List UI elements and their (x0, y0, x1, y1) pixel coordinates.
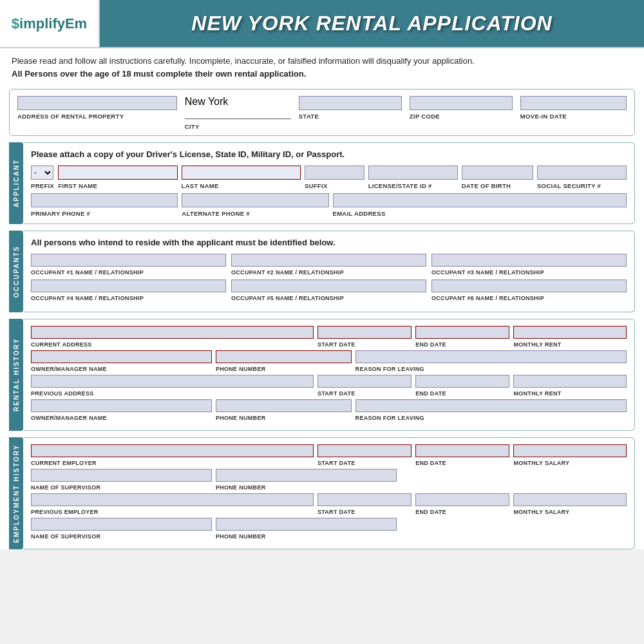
rh-prev-phone-input[interactable] (216, 399, 352, 412)
last-name-field: LAST NAME (182, 166, 301, 189)
main-title: NEW YORK RENTAL APPLICATION (191, 12, 552, 35)
rh-prev-owner-row: OWNER/MANAGER NAME PHONE NUMBER REASON F… (31, 399, 627, 421)
address-input[interactable] (17, 96, 177, 110)
suffix-input[interactable] (305, 166, 365, 180)
rh-end-date-field: END DATE (415, 326, 509, 348)
emp-prev-phone-input[interactable] (216, 518, 397, 531)
occupant6-input[interactable] (431, 279, 627, 292)
state-input[interactable] (299, 96, 402, 110)
first-name-label: FIRST NAME (58, 181, 177, 189)
license-label: LICENSE/STATE ID # (368, 181, 458, 189)
emp-prev-end-input[interactable] (415, 493, 509, 506)
ssn-input[interactable] (537, 166, 627, 180)
occupants-row2: OCCUPANT #4 NAME / RELATIONSHIP OCCUPANT… (31, 279, 627, 301)
movein-label: MOVE-IN DATE (520, 111, 627, 120)
occupant1-label: OCCUPANT #1 NAME / RELATIONSHIP (31, 268, 226, 276)
rh-prev-start-label: START DATE (317, 389, 412, 397)
rh-owner-row: OWNER/MANAGER NAME PHONE NUMBER REASON F… (31, 350, 627, 372)
rh-phone-field: PHONE NUMBER (216, 350, 352, 372)
emp-current-label: CURRENT EMPLOYER (31, 459, 314, 466)
rh-current-addr-label: CURRENT ADDRESS (31, 340, 314, 348)
prefix-label: PREFIX (31, 181, 54, 189)
emp-salary-label: MONTHLY SALARY (513, 459, 627, 466)
occupant4-input[interactable] (31, 279, 226, 292)
city-label: CITY (185, 122, 291, 130)
rh-owner-input[interactable] (31, 350, 212, 363)
movein-input[interactable] (520, 96, 627, 110)
rh-prev-owner-input[interactable] (31, 399, 212, 412)
header: $implifyEm NEW YORK RENTAL APPLICATION (0, 0, 644, 48)
emp-phone-input[interactable] (216, 469, 397, 482)
address-label: ADDRESS OF RENTAL PROPERTY (17, 111, 177, 120)
rh-current-addr-field: CURRENT ADDRESS (31, 326, 314, 348)
rh-reason-input[interactable] (355, 350, 627, 363)
rh-monthly-rent-label: MONTHLY RENT (513, 340, 627, 348)
address-field: ADDRESS OF RENTAL PROPERTY (17, 96, 177, 130)
emp-prev-salary-field: MONTHLY SALARY (513, 493, 627, 515)
occupants-instruction: All persons who intend to reside with th… (31, 238, 627, 247)
occupant5-label: OCCUPANT #5 NAME / RELATIONSHIP (231, 294, 426, 301)
emp-prev-input[interactable] (31, 493, 314, 506)
dob-input[interactable] (462, 166, 533, 180)
primary-phone-label: PRIMARY PHONE # (31, 209, 178, 217)
emp-salary-input[interactable] (513, 444, 627, 457)
applicant-content: Please attach a copy of your Driver's Li… (23, 142, 635, 224)
emp-start-field: START DATE (317, 444, 412, 466)
occupant5-input[interactable] (231, 279, 426, 292)
email-label: EMAIL ADDRESS (333, 209, 627, 217)
emp-prev-field: PREVIOUS EMPLOYER (31, 493, 314, 515)
instruction-line1: Please read and follow all instructions … (12, 55, 632, 68)
rh-prev-end-field: END DATE (415, 375, 509, 397)
rh-prev-reason-field: REASON FOR LEAVING (355, 399, 627, 421)
rh-prev-end-input[interactable] (415, 375, 509, 388)
last-name-input[interactable] (182, 166, 301, 180)
emp-prev-start-field: START DATE (317, 493, 412, 515)
logo-area: $implifyEm (0, 0, 100, 47)
rh-phone-label: PHONE NUMBER (216, 365, 352, 372)
emp-prev-salary-input[interactable] (513, 493, 627, 506)
emp-current-input[interactable] (31, 444, 314, 457)
emp-end-input[interactable] (415, 444, 509, 457)
rh-prev-reason-label: REASON FOR LEAVING (355, 413, 627, 421)
occupant3-input[interactable] (431, 254, 627, 267)
emp-prev-supervisor-input[interactable] (31, 518, 212, 531)
emp-supervisor-input[interactable] (31, 469, 212, 482)
dob-label: DATE OF BIRTH (462, 181, 533, 189)
rh-prev-end-label: END DATE (415, 389, 509, 397)
rh-start-date-input[interactable] (317, 326, 412, 339)
rh-current-addr-input[interactable] (31, 326, 314, 339)
rh-prev-addr-input[interactable] (31, 375, 314, 388)
logo: $implifyEm (12, 15, 87, 32)
rental-history-section: RENTAL HISTORY CURRENT ADDRESS START DAT… (9, 319, 635, 431)
license-input[interactable] (368, 166, 458, 180)
zip-input[interactable] (410, 96, 513, 110)
applicant-section: APPLICANT Please attach a copy of your D… (9, 142, 635, 224)
title-area: NEW YORK RENTAL APPLICATION (100, 0, 644, 47)
alt-phone-input[interactable] (182, 193, 328, 207)
rh-monthly-rent-input[interactable] (513, 326, 627, 339)
emp-prev-salary-label: MONTHLY SALARY (513, 507, 627, 515)
zip-label: ZIP CODE (410, 111, 513, 120)
email-input[interactable] (333, 193, 627, 207)
emp-start-input[interactable] (317, 444, 412, 457)
primary-phone-input[interactable] (31, 193, 178, 207)
suffix-field: SUFFIX (305, 166, 365, 189)
occupant1-input[interactable] (31, 254, 226, 267)
prefix-select[interactable]: - Mr. Ms. Mrs. Dr. (31, 166, 53, 180)
first-name-input[interactable] (58, 166, 177, 180)
emp-current-row: CURRENT EMPLOYER START DATE END DATE MON… (31, 444, 627, 466)
occupant3-label: OCCUPANT #3 NAME / RELATIONSHIP (431, 268, 627, 276)
rh-prev-rent-input[interactable] (513, 375, 627, 388)
state-label: STATE (299, 111, 402, 120)
rh-monthly-rent-field: MONTHLY RENT (513, 326, 627, 348)
rh-prev-start-input[interactable] (317, 375, 412, 388)
instructions: Please read and follow all instructions … (0, 48, 644, 85)
applicant-row1: - Mr. Ms. Mrs. Dr. PREFIX FIRST NAME LAS… (31, 166, 627, 189)
rh-prev-reason-input[interactable] (355, 399, 627, 412)
rh-end-date-input[interactable] (415, 326, 509, 339)
emp-prev-supervisor-row: NAME OF SUPERVISOR PHONE NUMBER (31, 518, 627, 540)
occupant2-input[interactable] (231, 254, 426, 267)
rh-phone-input[interactable] (216, 350, 352, 363)
ssn-label: SOCIAL SECURITY # (537, 181, 627, 189)
emp-prev-start-input[interactable] (317, 493, 412, 506)
